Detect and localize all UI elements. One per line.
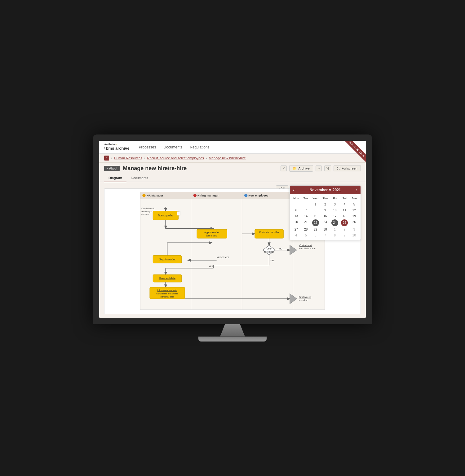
cal-day[interactable]: 5 (301, 233, 310, 238)
cal-day-24[interactable]: 24 (331, 219, 338, 226)
svg-text:NO: NO (279, 247, 282, 250)
calendar-grid: Mon Tue Wed Thu Fri Sat Sun 1 (290, 194, 361, 240)
cal-day[interactable] (292, 202, 301, 207)
cal-day[interactable]: 15 (311, 214, 320, 219)
cal-day[interactable]: 19 (350, 214, 359, 219)
svg-text:Hiring manager: Hiring manager (197, 194, 219, 197)
toolbar-right: < 📁 Archive > >| ⛶ Fullscreen (281, 165, 361, 172)
svg-text:NEGOTIATE: NEGOTIATE (217, 256, 229, 258)
tabs-bar: Diagram Documents (99, 174, 366, 182)
app-name: bms archive (104, 146, 130, 151)
svg-rect-25 (255, 229, 283, 238)
cal-day[interactable]: 4 (340, 202, 349, 207)
svg-text:Evaluate the offer: Evaluate the offer (259, 231, 279, 234)
svg-text:personal data: personal data (161, 296, 174, 298)
ribbon-text: 2021-11-25 · 12:20 (343, 141, 366, 163)
calendar-prev[interactable]: ‹ (293, 187, 294, 192)
title-area: ≡ About Manage new hire/re-hire (104, 165, 187, 172)
svg-text:candidate in line: candidate in line (299, 247, 316, 249)
cal-day[interactable]: 16 (321, 214, 330, 219)
cal-day[interactable]: 13 (292, 214, 301, 219)
cal-day[interactable]: 3 (350, 227, 359, 232)
breadcrumb-recruit[interactable]: Recruit, source and select employees (147, 156, 204, 160)
cal-day[interactable]: 29 (311, 227, 320, 232)
cal-day[interactable]: 27 (292, 227, 301, 232)
cal-day[interactable]: 11 (340, 208, 349, 213)
monitor-stand-neck (220, 324, 245, 337)
page-header: ≡ About Manage new hire/re-hire < 📁 Arch… (99, 163, 366, 174)
cal-day[interactable]: 30 (321, 227, 330, 232)
cal-day[interactable]: 7 (301, 208, 310, 213)
cal-day[interactable]: 10 (350, 233, 359, 238)
svg-text:recruited: recruited (299, 299, 308, 302)
cal-day[interactable]: 10 (330, 208, 339, 213)
svg-point-5 (142, 194, 145, 197)
breadcrumb-current[interactable]: Manage new hire/re-hire (209, 156, 246, 160)
fullscreen-button[interactable]: ⛶ Fullscreen (334, 165, 361, 171)
cal-day[interactable]: 12 (350, 208, 359, 213)
cal-day[interactable]: 28 (301, 227, 310, 232)
svg-text:Inform unsuccessful: Inform unsuccessful (157, 289, 177, 292)
next-button[interactable]: > (316, 165, 322, 171)
cal-day[interactable]: 6 (292, 208, 301, 213)
date-ribbon: 2021-11-25 · 12:20 (341, 141, 366, 165)
cal-day[interactable]: 17 (330, 214, 339, 219)
cal-day[interactable]: 3 (330, 202, 339, 207)
cal-day[interactable]: 20 (292, 219, 301, 226)
cal-day[interactable]: 9 (340, 233, 349, 238)
fullscreen-label: Fullscreen (342, 166, 357, 170)
cal-day[interactable]: 2 (340, 227, 349, 232)
cal-day[interactable]: 8 (330, 233, 339, 238)
fullscreen-icon: ⛶ (337, 166, 340, 170)
archive-label: Archive (298, 166, 310, 170)
cal-day[interactable]: 5 (350, 202, 359, 207)
nav-regulations[interactable]: Regulations (190, 145, 209, 149)
svg-text:Approve offer: Approve offer (204, 231, 219, 234)
prev-button[interactable]: < (281, 165, 287, 171)
calendar-next[interactable]: › (356, 187, 357, 192)
svg-text:HR Manager: HR Manager (147, 194, 163, 197)
cal-day[interactable] (301, 202, 310, 207)
archive-button[interactable]: 📁 Archive (289, 165, 313, 172)
cal-day-today[interactable]: 22 (312, 219, 319, 226)
cal-day[interactable]: 6 (311, 233, 320, 238)
breadcrumb-hr[interactable]: Human Resources (114, 156, 142, 160)
page-title: Manage new hire/re-hire (123, 165, 187, 172)
cal-day[interactable]: 4 (292, 233, 301, 238)
svg-text:Negotiate offer: Negotiate offer (159, 258, 176, 261)
about-button[interactable]: ≡ About (104, 166, 120, 171)
svg-text:Employee(s): Employee(s) (299, 296, 311, 298)
svg-text:YES: YES (270, 259, 275, 262)
cal-day[interactable]: 21 (301, 219, 310, 226)
cal-day-selected[interactable]: 25 (341, 219, 348, 226)
cal-day[interactable]: 1 (311, 202, 320, 207)
cal-day[interactable]: 2 (321, 202, 330, 207)
cal-day[interactable]: 14 (301, 214, 310, 219)
cal-day[interactable]: 1 (330, 227, 339, 232)
calendar-popup: ‹ November ∨ 2021 › Mon Tue Wed Thu (290, 185, 361, 240)
calendar-header: ‹ November ∨ 2021 › (290, 186, 361, 194)
svg-point-8 (193, 194, 197, 197)
svg-text:Hire candidate: Hire candidate (159, 277, 175, 280)
cal-day[interactable]: 7 (321, 233, 330, 238)
cal-day[interactable]: 23 (321, 219, 330, 226)
svg-point-11 (244, 194, 247, 197)
home-icon[interactable]: ⌂ (104, 156, 109, 161)
svg-text:New employee: New employee (248, 194, 268, 197)
calendar-dow: Mon Tue Wed Thu Fri Sat Sun (292, 196, 359, 201)
svg-rect-60 (177, 211, 180, 215)
tab-documents[interactable]: Documents (126, 174, 153, 182)
archive-icon: 📁 (293, 166, 297, 170)
nav-processes[interactable]: Processes (139, 145, 156, 149)
next-end-button[interactable]: >| (324, 165, 331, 171)
cal-day[interactable]: 18 (340, 214, 349, 219)
top-navigation: Arribatec• bms archive Processes Documen… (99, 141, 366, 153)
cal-day[interactable]: 9 (321, 208, 330, 213)
tab-diagram[interactable]: Diagram (104, 174, 126, 182)
cal-day[interactable]: 26 (350, 219, 359, 226)
monitor-stand-base (198, 337, 267, 342)
svg-text:chosen: chosen (141, 213, 148, 216)
svg-text:Candidates to: Candidates to (141, 207, 155, 210)
nav-documents[interactable]: Documents (164, 145, 183, 149)
cal-day[interactable]: 8 (311, 208, 320, 213)
